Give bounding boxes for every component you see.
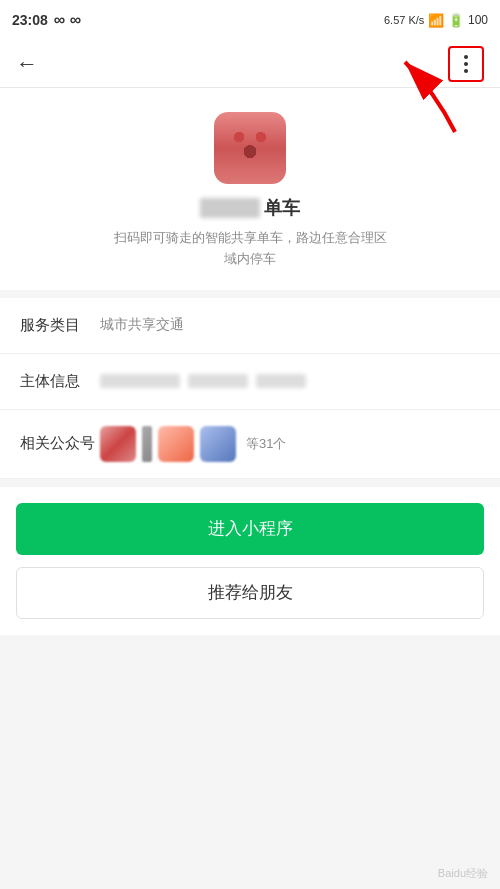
- network-speed: 6.57 K/s: [384, 14, 424, 26]
- profile-section: 单车 扫码即可骑走的智能共享单车，路边任意合理区域内停车: [0, 88, 500, 298]
- watermark: Baidu经验: [438, 866, 488, 881]
- org-value: [100, 374, 480, 388]
- status-time: 23:08 ∞ ∞: [12, 11, 81, 29]
- infinity-icon: ∞ ∞: [54, 11, 81, 29]
- avatar: [214, 112, 286, 184]
- account-description: 扫码即可骑走的智能共享单车，路边任意合理区域内停车: [110, 228, 390, 270]
- org-blur-1: [100, 374, 180, 388]
- related-count: 等31个: [246, 435, 286, 453]
- recommend-label: 推荐给朋友: [208, 581, 293, 604]
- related-avatar-1: [100, 426, 136, 462]
- service-category-row: 服务类目 城市共享交通: [0, 298, 500, 354]
- org-blur-3: [256, 374, 306, 388]
- related-label: 相关公众号: [20, 434, 100, 453]
- status-icons: 6.57 K/s 📶 🔋 100: [384, 13, 488, 28]
- more-menu-button[interactable]: [448, 46, 484, 82]
- battery-level: 100: [468, 13, 488, 27]
- service-label: 服务类目: [20, 316, 100, 335]
- more-dot-3: [464, 69, 468, 73]
- related-avatar-4: [200, 426, 236, 462]
- name-suffix: 单车: [264, 196, 300, 220]
- name-blur-block: [200, 198, 260, 218]
- more-dot-2: [464, 62, 468, 66]
- info-section: 服务类目 城市共享交通 主体信息 相关公众号: [0, 298, 500, 479]
- back-button[interactable]: ←: [16, 53, 38, 75]
- avatar-image: [214, 112, 286, 184]
- status-bar: 23:08 ∞ ∞ 6.57 K/s 📶 🔋 100: [0, 0, 500, 40]
- related-value: 等31个: [100, 426, 480, 462]
- related-avatar-3: [158, 426, 194, 462]
- nav-bar: ←: [0, 40, 500, 88]
- org-info-row: 主体信息: [0, 354, 500, 410]
- buttons-section: 进入小程序 推荐给朋友: [0, 487, 500, 635]
- section-divider: [0, 479, 500, 487]
- account-name: 单车: [200, 196, 300, 220]
- org-label: 主体信息: [20, 372, 100, 391]
- enter-miniapp-button[interactable]: 进入小程序: [16, 503, 484, 555]
- org-blur-2: [188, 374, 248, 388]
- recommend-button[interactable]: 推荐给朋友: [16, 567, 484, 619]
- signal-icons: 📶 🔋: [428, 13, 464, 28]
- enter-miniapp-label: 进入小程序: [208, 517, 293, 540]
- more-dot-1: [464, 55, 468, 59]
- service-value: 城市共享交通: [100, 316, 480, 334]
- time-display: 23:08: [12, 12, 48, 28]
- related-accounts-row: 相关公众号 等31个: [0, 410, 500, 479]
- related-avatar-2: [142, 426, 152, 462]
